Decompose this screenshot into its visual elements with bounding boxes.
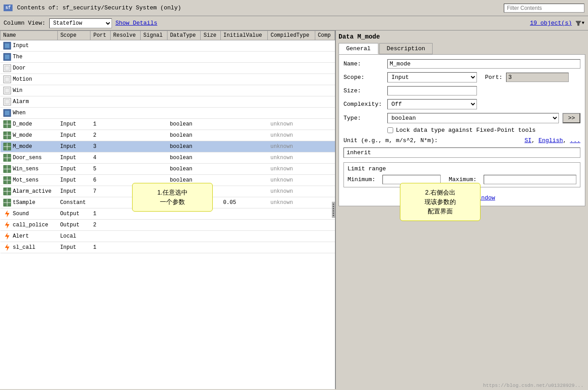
table-row[interactable]: Motion xyxy=(0,74,335,85)
table-row[interactable]: call_policeOutput2 xyxy=(0,220,335,231)
initialvalue-cell xyxy=(220,242,267,253)
lightning-icon xyxy=(3,210,11,218)
table-row[interactable]: Win xyxy=(0,85,335,96)
col-view-select[interactable]: Stateflow xyxy=(49,18,112,28)
type-label: Type: xyxy=(343,115,384,121)
resize-handle[interactable] xyxy=(332,202,335,218)
compiledtype-cell xyxy=(268,63,315,74)
unit-input[interactable] xyxy=(343,147,580,158)
col-initialvalue[interactable]: InitialValue xyxy=(220,31,267,40)
col-comp[interactable]: Comp xyxy=(315,31,335,40)
svg-marker-39 xyxy=(5,210,9,217)
scope-cell: Local xyxy=(57,231,90,242)
type-row: Type: boolean double single int8 uint8 >… xyxy=(343,113,580,123)
port-cell xyxy=(90,74,110,85)
table-row[interactable]: Door_sensInput4booleanunknown xyxy=(0,152,335,164)
datatype-cell xyxy=(167,40,201,52)
form-panel: Name: Scope: Input Output Local Constant… xyxy=(339,54,585,206)
scope-label: Scope: xyxy=(343,74,384,81)
col-size[interactable]: Size xyxy=(201,31,220,40)
tab-description[interactable]: Description xyxy=(379,43,433,54)
show-details-link[interactable]: Show Details xyxy=(116,20,158,26)
add-watch-link[interactable]: Add to Watch Window xyxy=(343,195,580,201)
col-compiledtype[interactable]: CompiledType xyxy=(268,31,315,40)
signal-cell xyxy=(141,175,167,186)
port-cell: 3 xyxy=(90,141,110,152)
table-row[interactable]: Input xyxy=(0,40,335,52)
initialvalue-cell xyxy=(220,119,267,130)
col-signal[interactable]: Signal xyxy=(141,31,167,40)
complexity-row: Complexity: Off On xyxy=(343,99,580,109)
port-label: Port: xyxy=(485,74,502,81)
size-cell xyxy=(201,141,220,152)
more-link[interactable]: ... xyxy=(570,137,580,144)
table-row[interactable]: tSampleConstant0.05unknown xyxy=(0,197,335,208)
scope-cell xyxy=(57,63,90,74)
table-row[interactable]: D_modeInput1booleanunknown xyxy=(0,119,335,130)
size-cell xyxy=(201,186,220,197)
comp-cell xyxy=(315,231,335,242)
col-scope[interactable]: Scope xyxy=(57,31,90,40)
filter-icon-btn[interactable]: ▼ xyxy=(575,19,584,28)
name-cell: Alarm xyxy=(0,96,58,108)
si-link[interactable]: SI xyxy=(524,137,532,144)
min-input[interactable] xyxy=(382,175,441,184)
resolve-cell xyxy=(110,197,140,208)
filter-icon xyxy=(575,20,581,27)
signal-cell xyxy=(141,63,167,74)
scope-cell: Input xyxy=(57,141,90,152)
window-title: Contents of: sf_security/Security System… xyxy=(17,4,181,11)
table-row[interactable]: When xyxy=(0,108,335,119)
col-name[interactable]: Name xyxy=(0,31,58,40)
resolve-cell xyxy=(110,130,140,141)
port-cell xyxy=(90,231,110,242)
table-row[interactable]: AlertLocal xyxy=(0,231,335,242)
blue-box-icon xyxy=(3,109,11,117)
table-row[interactable]: Door xyxy=(0,63,335,74)
table-row[interactable]: Win_sensInput5booleanunknown xyxy=(0,164,335,175)
col-datatype[interactable]: DataType xyxy=(167,31,201,40)
name-cell: Alert xyxy=(0,231,58,242)
table-row[interactable]: W_modeInput2booleanunknown xyxy=(0,130,335,141)
lock-checkbox[interactable] xyxy=(387,127,393,133)
type-arrow-btn[interactable]: >> xyxy=(562,113,580,123)
name-cell: Win xyxy=(0,85,58,96)
col-port[interactable]: Port xyxy=(90,31,110,40)
scope-cell xyxy=(57,52,90,63)
table-row[interactable]: M_modeInput3booleanunknown xyxy=(0,141,335,152)
table-row[interactable]: Alarm_activeInput7booleanunknown xyxy=(0,186,335,197)
port-input[interactable] xyxy=(506,73,569,82)
port-cell: 1 xyxy=(90,242,110,253)
datatype-cell: boolean xyxy=(167,175,201,186)
compiledtype-cell: unknown xyxy=(268,197,315,208)
svg-rect-6 xyxy=(5,66,9,70)
name-cell: Input xyxy=(0,40,58,52)
english-link[interactable]: English xyxy=(538,137,563,144)
table-row[interactable]: SoundOutput1 xyxy=(0,208,335,220)
lock-row: Lock data type against Fixed-Point tools xyxy=(343,127,580,134)
type-select[interactable]: boolean double single int8 uint8 xyxy=(387,113,559,123)
compiledtype-cell xyxy=(268,85,315,96)
table-row[interactable]: Mot_sensInput6booleanunknown xyxy=(0,175,335,186)
filter-input[interactable] xyxy=(504,4,584,13)
grid-icon xyxy=(3,154,11,162)
object-count[interactable]: 19 object(s) xyxy=(530,20,572,26)
size-input[interactable] xyxy=(387,86,477,95)
table-container[interactable]: Name Scope Port Resolve Signal DataType … xyxy=(0,30,335,389)
table-row[interactable]: sl_callInput1 xyxy=(0,242,335,253)
col-resolve[interactable]: Resolve xyxy=(110,31,140,40)
svg-marker-40 xyxy=(5,221,9,229)
max-input[interactable] xyxy=(484,175,576,184)
complexity-select[interactable]: Off On xyxy=(387,99,477,109)
table-row[interactable]: Alarm xyxy=(0,96,335,108)
watermark: https://blog.csdn.net/u01328929... xyxy=(483,383,584,388)
lock-checkbox-label[interactable]: Lock data type against Fixed-Point tools xyxy=(387,127,536,134)
datatype-cell: boolean xyxy=(167,119,201,130)
name-input[interactable] xyxy=(387,59,580,69)
grid-icon xyxy=(3,187,11,195)
initialvalue-cell xyxy=(220,74,267,85)
table-row[interactable]: The xyxy=(0,52,335,63)
tab-general[interactable]: General xyxy=(339,43,378,54)
port-cell: 5 xyxy=(90,164,110,175)
scope-select[interactable]: Input Output Local Constant xyxy=(387,72,477,82)
